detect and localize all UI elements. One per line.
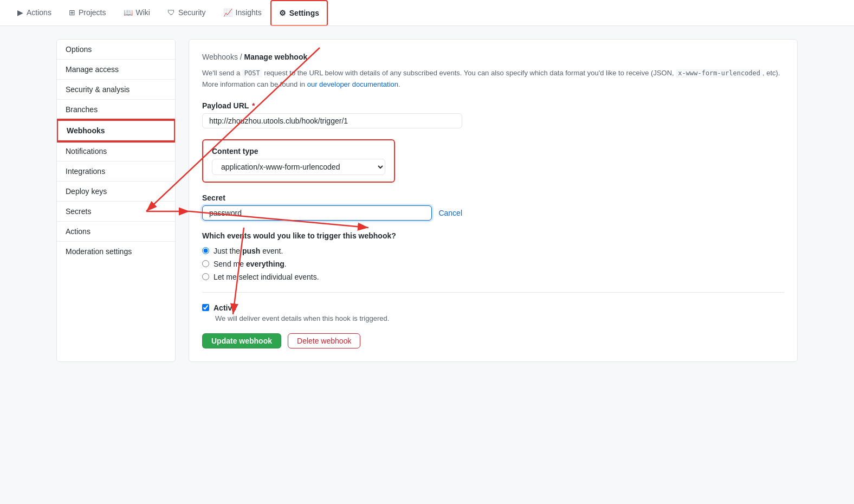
delete-webhook-button[interactable]: Delete webhook [288,333,360,348]
urlencoded-code: x-www-form-urlencoded [676,69,762,77]
page-body: Options Manage access Security & analysi… [48,26,806,375]
secret-row: Cancel [202,205,462,221]
content-type-box: Content type application/x-www-form-urle… [202,139,395,183]
active-description: We will deliver event details when this … [215,314,784,322]
individual-event-label: Let me select individual events. [214,273,319,281]
breadcrumb-current: Manage webhook [244,53,308,61]
radio-individual: Let me select individual events. [202,273,784,281]
breadcrumb-separator: / [240,53,244,61]
events-title: Which events would you like to trigger t… [202,231,784,240]
breadcrumb-parent[interactable]: Webhooks [202,53,238,61]
developer-docs-link[interactable]: our developer documentation [307,80,398,88]
active-checkbox[interactable] [202,304,209,311]
description-text: We'll send a POST request to the URL bel… [202,68,784,91]
insights-icon: 📈 [223,8,232,17]
tab-projects[interactable]: ⊞ Projects [60,0,115,26]
active-section: Active We will deliver event details whe… [202,303,784,322]
radio-push: Just the push event. [202,247,784,255]
actions-nav-icon: ▶ [17,8,23,17]
breadcrumb: Webhooks / Manage webhook [202,53,784,61]
push-event-label: Just the push event. [214,247,283,255]
update-webhook-button[interactable]: Update webhook [202,333,281,348]
sidebar-item-moderation-settings[interactable]: Moderation settings [57,242,175,261]
security-icon: 🛡 [167,8,175,17]
projects-icon: ⊞ [69,8,75,17]
radio-individual-input[interactable] [202,273,209,280]
sidebar-item-actions[interactable]: Actions [57,222,175,242]
post-code: POST [242,69,262,77]
nav-tabs: ▶ Actions ⊞ Projects 📖 Wiki 🛡 Security 📈… [9,0,328,26]
button-actions: Update webhook Delete webhook [202,333,784,348]
tab-actions[interactable]: ▶ Actions [9,0,60,26]
radio-push-input[interactable] [202,247,209,254]
tab-settings[interactable]: ⚙ Settings [270,0,328,26]
payload-url-input[interactable] [202,113,462,128]
sidebar-item-notifications[interactable]: Notifications [57,141,175,161]
secret-group: Secret Cancel [202,193,784,221]
main-content: Webhooks / Manage webhook We'll send a P… [189,39,798,362]
events-section: Which events would you like to trigger t… [202,231,784,281]
required-marker: * [252,101,255,110]
secret-input[interactable] [202,205,432,221]
payload-url-group: Payload URL * [202,101,784,128]
content-type-group: Content type application/x-www-form-urle… [202,139,784,183]
content-type-label: Content type [212,147,385,156]
payload-url-label: Payload URL * [202,101,784,110]
content-type-select[interactable]: application/x-www-form-urlencoded applic… [212,159,385,175]
secret-label: Secret [202,193,784,202]
radio-everything-input[interactable] [202,260,209,267]
sidebar-item-manage-access[interactable]: Manage access [57,60,175,80]
tab-insights[interactable]: 📈 Insights [215,0,270,26]
cancel-link[interactable]: Cancel [438,209,462,217]
sidebar-item-webhooks[interactable]: Webhooks [57,120,175,141]
sidebar-item-options[interactable]: Options [57,40,175,60]
sidebar-item-secrets[interactable]: Secrets [57,202,175,222]
sidebar-item-branches[interactable]: Branches [57,100,175,120]
active-row: Active [202,303,784,312]
radio-everything: Send me everything. [202,260,784,268]
sidebar-item-deploy-keys[interactable]: Deploy keys [57,182,175,202]
active-label: Active [214,303,236,312]
wiki-icon: 📖 [124,8,133,17]
everything-event-label: Send me everything. [214,260,287,268]
tab-security[interactable]: 🛡 Security [159,0,215,26]
sidebar-item-integrations[interactable]: Integrations [57,161,175,182]
sidebar: Options Manage access Security & analysi… [56,39,176,362]
divider [202,292,784,293]
tab-wiki[interactable]: 📖 Wiki [115,0,159,26]
settings-icon: ⚙ [279,9,286,17]
top-nav: ▶ Actions ⊞ Projects 📖 Wiki 🛡 Security 📈… [0,0,854,26]
sidebar-item-security-analysis[interactable]: Security & analysis [57,80,175,100]
